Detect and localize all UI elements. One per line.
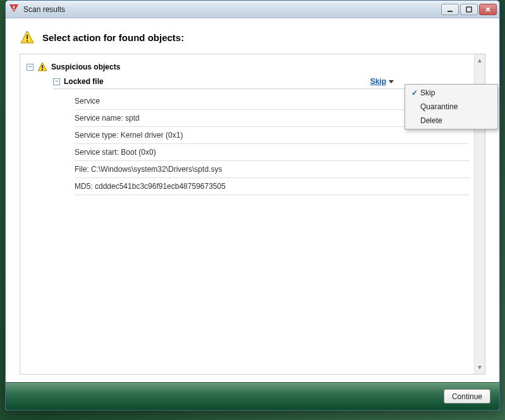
action-label: Skip <box>370 77 386 86</box>
detail-item: Service start: Boot (0x0) <box>75 144 470 161</box>
svg-rect-8 <box>27 40 28 42</box>
menu-item-delete[interactable]: Delete <box>406 114 496 128</box>
window-title: Scan results <box>23 5 441 14</box>
continue-button[interactable]: Continue <box>444 389 490 404</box>
app-icon <box>9 4 20 15</box>
category-label: Suspicious objects <box>51 63 120 71</box>
svg-rect-4 <box>447 11 453 12</box>
category-row[interactable]: − Suspicious objects <box>27 61 470 73</box>
check-icon: ✓ <box>409 88 420 97</box>
svg-rect-10 <box>42 65 43 68</box>
window-controls <box>441 4 497 15</box>
maximize-button[interactable] <box>460 4 478 15</box>
content-area: Select action for found objects: − Suspi… <box>6 18 499 382</box>
header-title: Select action for found objects: <box>42 32 184 43</box>
collapse-icon[interactable]: − <box>53 78 60 85</box>
scroll-down-icon[interactable]: ▼ <box>476 364 484 371</box>
footer: Continue <box>6 382 499 410</box>
warning-icon <box>37 62 47 72</box>
svg-rect-11 <box>42 69 43 70</box>
svg-rect-3 <box>13 9 15 10</box>
collapse-icon[interactable]: − <box>27 64 33 71</box>
detail-item: File: C:\Windows\system32\Drivers\sptd.s… <box>75 161 470 178</box>
header: Select action for found objects: <box>20 30 485 45</box>
svg-rect-5 <box>466 7 472 12</box>
detail-item: Service type: Kernel driver (0x1) <box>75 127 470 144</box>
svg-rect-7 <box>27 35 28 39</box>
titlebar[interactable]: Scan results <box>6 1 499 18</box>
svg-rect-2 <box>13 6 15 8</box>
menu-item-skip[interactable]: ✓ Skip <box>406 86 496 100</box>
action-menu: ✓ Skip Quarantine Delete <box>405 84 498 129</box>
chevron-down-icon <box>389 80 394 83</box>
main-window: Scan results Select action for found o <box>5 0 500 411</box>
scroll-up-icon[interactable]: ▲ <box>476 57 484 64</box>
warning-icon <box>20 30 35 45</box>
close-button[interactable] <box>479 4 497 15</box>
minimize-button[interactable] <box>441 4 459 15</box>
menu-item-quarantine[interactable]: Quarantine <box>406 100 496 114</box>
action-dropdown[interactable]: Skip <box>370 77 394 86</box>
subcategory-label: Locked file <box>64 77 370 86</box>
detail-item: MD5: cdddec541bc3c96f91ecb48759673505 <box>75 178 470 195</box>
